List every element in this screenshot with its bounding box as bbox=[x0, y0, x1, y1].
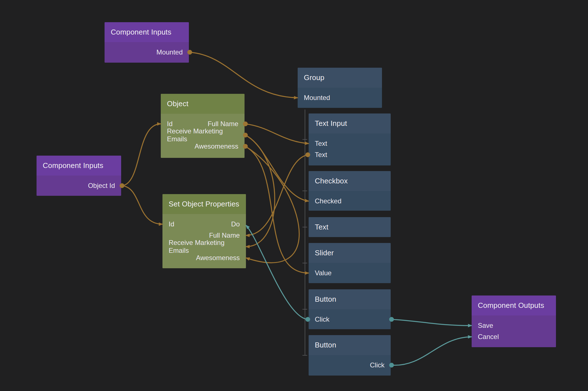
node-body: IdDoFull NameReceive Marketing EmailsAwe… bbox=[162, 214, 246, 268]
node-header[interactable]: Slider bbox=[309, 243, 391, 263]
node-title: Text Input bbox=[315, 119, 347, 128]
node-header[interactable]: Object bbox=[161, 94, 245, 114]
port-label: Object Id bbox=[88, 182, 115, 190]
port-row: Save bbox=[472, 320, 556, 331]
node-title: Component Inputs bbox=[43, 161, 103, 170]
node-title: Object bbox=[167, 99, 188, 108]
connection-wire[interactable] bbox=[392, 337, 472, 365]
port-label: Text bbox=[315, 151, 327, 159]
port-row: Click bbox=[309, 314, 391, 325]
node-header[interactable]: Component Outputs bbox=[472, 295, 556, 315]
connection-wire[interactable] bbox=[392, 319, 472, 326]
node-body: IdFull NameReceive Marketing EmailsAweso… bbox=[161, 114, 245, 158]
connection-wire[interactable] bbox=[245, 146, 309, 273]
port-row: Text bbox=[309, 138, 391, 149]
node-header[interactable]: Text Input bbox=[309, 113, 391, 133]
node-title: Component Inputs bbox=[111, 28, 171, 37]
port-label: Cancel bbox=[478, 333, 499, 341]
node-co[interactable]: Component OutputsSaveCancel bbox=[472, 295, 556, 347]
port-label: Awesomeness bbox=[195, 142, 238, 150]
node-header[interactable]: Text bbox=[309, 217, 391, 237]
port-label: Mounted bbox=[157, 48, 183, 56]
node-group[interactable]: GroupMounted bbox=[298, 68, 382, 108]
node-header[interactable]: Checkbox bbox=[309, 171, 391, 191]
port-row: Receive Marketing Emails bbox=[161, 129, 245, 141]
connection-wire[interactable] bbox=[246, 225, 308, 319]
node-ci-top[interactable]: Component InputsMounted bbox=[105, 22, 189, 63]
node-body: SaveCancel bbox=[472, 315, 556, 347]
node-body: Value bbox=[309, 263, 391, 283]
port-label: Receive Marketing Emails bbox=[167, 127, 238, 143]
port-row: Mounted bbox=[105, 47, 189, 58]
port-label: Click bbox=[370, 361, 385, 369]
port-label: Id bbox=[167, 120, 173, 128]
node-header[interactable]: Button bbox=[309, 335, 391, 355]
node-body: Click bbox=[309, 309, 391, 329]
port-row: Cancel bbox=[472, 331, 556, 342]
node-body: Mounted bbox=[298, 88, 382, 108]
node-header[interactable]: Button bbox=[309, 289, 391, 309]
port-row: Checked bbox=[309, 196, 391, 207]
node-object[interactable]: ObjectIdFull NameReceive Marketing Email… bbox=[161, 94, 245, 158]
group-children-line bbox=[302, 110, 307, 355]
port-label: Full Name bbox=[209, 231, 240, 239]
port-row: Text bbox=[309, 149, 391, 160]
node-body: TextText bbox=[309, 133, 391, 165]
port-label: Mounted bbox=[304, 94, 330, 102]
node-slider[interactable]: SliderValue bbox=[309, 243, 391, 283]
port-row: Object Id bbox=[37, 180, 121, 191]
node-body: Object Id bbox=[37, 176, 121, 196]
node-text[interactable]: Text bbox=[309, 217, 391, 237]
port-label: Full Name bbox=[208, 120, 238, 128]
node-header[interactable]: Component Inputs bbox=[105, 22, 189, 42]
node-title: Set Object Properties bbox=[169, 200, 239, 208]
port-row: Click bbox=[309, 360, 391, 371]
port-label: Do bbox=[231, 220, 240, 228]
node-title: Button bbox=[315, 295, 336, 304]
node-title: Button bbox=[315, 341, 336, 349]
node-title: Slider bbox=[315, 249, 334, 257]
port-label: Save bbox=[478, 322, 493, 329]
node-body: Click bbox=[309, 355, 391, 376]
node-button2[interactable]: ButtonClick bbox=[309, 335, 391, 376]
node-body: Mounted bbox=[105, 42, 189, 63]
port-row: Receive Marketing Emails bbox=[162, 241, 246, 252]
connection-wire[interactable] bbox=[190, 52, 298, 98]
port-label: Receive Marketing Emails bbox=[169, 239, 240, 254]
node-title: Component Outputs bbox=[478, 301, 544, 310]
node-header[interactable]: Set Object Properties bbox=[162, 194, 246, 214]
node-body: Checked bbox=[309, 191, 391, 211]
node-checkbox[interactable]: CheckboxChecked bbox=[309, 171, 391, 211]
connection-wire[interactable] bbox=[122, 186, 162, 224]
node-graph-canvas[interactable]: Component InputsMountedGroupMountedObjec… bbox=[0, 0, 588, 391]
connection-wire[interactable] bbox=[122, 124, 161, 186]
node-title: Group bbox=[304, 73, 324, 82]
node-ci-left[interactable]: Component InputsObject Id bbox=[37, 156, 121, 196]
port-row: Mounted bbox=[298, 92, 382, 103]
port-label: Text bbox=[315, 140, 327, 147]
connection-wire[interactable] bbox=[245, 135, 275, 247]
connection-wire[interactable] bbox=[245, 135, 309, 201]
port-label: Checked bbox=[315, 197, 342, 205]
node-button1[interactable]: ButtonClick bbox=[309, 289, 391, 329]
node-sop[interactable]: Set Object PropertiesIdDoFull NameReceiv… bbox=[162, 194, 246, 268]
node-header[interactable]: Group bbox=[298, 68, 382, 88]
port-label: Value bbox=[315, 269, 332, 277]
port-row: Value bbox=[309, 267, 391, 279]
port-row: IdDo bbox=[162, 219, 246, 230]
port-label: Id bbox=[169, 220, 174, 228]
port-label: Awesomeness bbox=[196, 254, 240, 262]
connection-wire[interactable] bbox=[245, 146, 299, 263]
node-title: Text bbox=[315, 223, 328, 231]
node-title: Checkbox bbox=[315, 177, 348, 185]
port-label: Click bbox=[315, 315, 329, 323]
node-header[interactable]: Component Inputs bbox=[37, 156, 121, 176]
connection-wire[interactable] bbox=[245, 124, 309, 144]
node-text-input[interactable]: Text InputTextText bbox=[309, 113, 391, 165]
connection-wire[interactable] bbox=[246, 155, 308, 235]
